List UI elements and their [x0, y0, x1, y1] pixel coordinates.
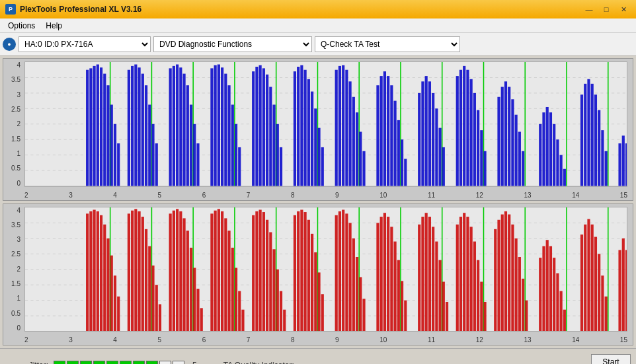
test-selector[interactable]: Q-Check TA Test [315, 36, 460, 52]
svg-rect-113 [504, 81, 507, 186]
svg-rect-172 [138, 211, 140, 331]
svg-rect-271 [563, 309, 566, 331]
jitter-row: Jitter: 5 [5, 361, 197, 365]
svg-rect-116 [515, 115, 518, 186]
svg-rect-72 [311, 92, 313, 186]
svg-rect-228 [380, 217, 383, 331]
svg-rect-237 [421, 217, 424, 331]
svg-rect-264 [539, 258, 541, 331]
svg-rect-175 [148, 246, 151, 331]
bottom-chart-svg [25, 207, 627, 332]
svg-rect-82 [356, 112, 358, 186]
svg-rect-220 [342, 209, 344, 331]
svg-rect-123 [553, 124, 555, 186]
svg-rect-63 [269, 87, 272, 186]
svg-rect-162 [97, 211, 99, 331]
svg-rect-236 [418, 224, 420, 331]
svg-rect-239 [428, 217, 431, 331]
bottom-panel: Jitter: 5 Peak Shift: [0, 348, 636, 364]
jitter-value: 5 [192, 361, 197, 365]
svg-rect-277 [598, 254, 600, 331]
svg-rect-111 [497, 97, 500, 186]
svg-rect-240 [432, 227, 434, 331]
app-icon: P [5, 4, 16, 15]
svg-rect-216 [317, 272, 320, 331]
maximize-button[interactable]: □ [599, 4, 614, 15]
ta-quality-section: TA Quality Indicator: Very Good [223, 361, 294, 365]
svg-rect-272 [580, 235, 583, 331]
svg-rect-92 [401, 139, 403, 186]
svg-rect-218 [335, 215, 338, 331]
bottom-chart-inner [24, 207, 627, 332]
svg-rect-102 [456, 76, 459, 186]
svg-rect-124 [556, 139, 559, 186]
jitter-cell-2 [67, 361, 79, 365]
svg-rect-55 [231, 104, 234, 186]
svg-rect-99 [435, 108, 438, 186]
menu-help[interactable]: Help [40, 20, 67, 32]
svg-rect-125 [560, 155, 563, 186]
main-content: 4 3.5 3 2.5 2 1.5 1 0.5 0 [0, 55, 636, 348]
svg-rect-199 [252, 215, 255, 331]
svg-rect-169 [128, 213, 130, 331]
start-button[interactable]: Start [591, 354, 631, 365]
svg-rect-58 [252, 71, 255, 186]
svg-rect-85 [376, 85, 379, 186]
svg-rect-222 [349, 223, 352, 331]
svg-rect-77 [338, 66, 341, 186]
svg-rect-196 [235, 268, 237, 331]
svg-rect-249 [470, 227, 473, 331]
drive-select-area: ● HA:0 ID:0 PX-716A [3, 36, 151, 52]
svg-rect-100 [438, 128, 441, 186]
svg-rect-173 [141, 217, 144, 331]
svg-rect-42 [176, 65, 179, 186]
svg-rect-166 [110, 255, 113, 331]
svg-rect-188 [200, 308, 203, 331]
svg-rect-164 [103, 224, 106, 331]
svg-rect-165 [106, 238, 109, 331]
svg-rect-84 [362, 151, 365, 186]
svg-rect-273 [584, 224, 586, 331]
menu-options[interactable]: Options [3, 20, 40, 32]
function-selector[interactable]: DVD Diagnostic Functions [153, 36, 312, 52]
svg-rect-57 [238, 147, 241, 186]
svg-rect-134 [605, 151, 608, 186]
ta-quality-label: TA Quality Indicator: [223, 361, 294, 365]
svg-rect-97 [428, 81, 431, 186]
bottom-chart-y-axis: 4 3.5 3 2.5 2 1.5 1 0.5 0 [3, 207, 23, 332]
svg-rect-70 [304, 70, 307, 186]
svg-rect-245 [456, 224, 459, 331]
jitter-label: Jitter: [5, 361, 48, 365]
close-button[interactable]: ✕ [616, 4, 631, 15]
svg-rect-132 [598, 110, 600, 186]
svg-rect-207 [280, 291, 282, 331]
svg-rect-244 [446, 301, 448, 331]
svg-rect-212 [304, 212, 307, 331]
svg-rect-221 [345, 213, 348, 331]
svg-rect-109 [480, 130, 483, 186]
svg-rect-71 [307, 79, 310, 186]
svg-rect-251 [477, 260, 479, 331]
svg-rect-265 [542, 246, 545, 331]
svg-rect-187 [196, 289, 199, 331]
svg-rect-66 [280, 147, 282, 186]
minimize-button[interactable]: — [582, 4, 596, 15]
svg-rect-112 [501, 87, 504, 186]
jitter-cell-3 [80, 361, 92, 365]
svg-rect-61 [262, 68, 265, 186]
svg-rect-182 [179, 211, 182, 331]
svg-rect-30 [117, 143, 120, 186]
svg-rect-74 [317, 128, 320, 186]
metrics-section: Jitter: 5 Peak Shift: [5, 361, 197, 365]
svg-rect-200 [255, 211, 258, 331]
svg-rect-274 [587, 219, 590, 331]
drive-selector[interactable]: HA:0 ID:0 PX-716A [19, 36, 151, 52]
svg-rect-180 [173, 210, 175, 331]
svg-rect-28 [110, 104, 113, 186]
svg-rect-22 [89, 68, 92, 186]
svg-rect-104 [463, 66, 465, 186]
svg-rect-184 [186, 231, 189, 331]
svg-rect-122 [549, 112, 552, 186]
svg-rect-215 [314, 252, 317, 331]
svg-rect-176 [151, 265, 154, 331]
